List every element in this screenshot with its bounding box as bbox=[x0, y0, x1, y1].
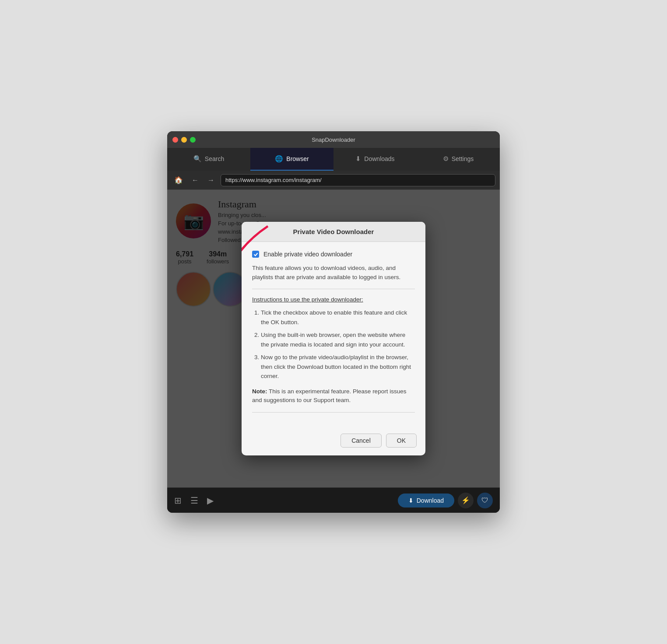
private-video-downloader-dialog: Private Video Downloader Enable private … bbox=[242, 222, 425, 455]
checkbox-row: Enable private video downloader bbox=[252, 251, 415, 258]
download-label: Download bbox=[417, 497, 444, 504]
modal-container: Private Video Downloader Enable private … bbox=[167, 190, 500, 487]
tab-settings-label: Settings bbox=[452, 155, 474, 162]
app-window: SnapDownloader 🔍 Search 🌐 Browser ⬇ Down… bbox=[167, 131, 500, 513]
download-arrow-icon: ⬇ bbox=[408, 497, 414, 504]
traffic-light-buttons bbox=[172, 137, 196, 143]
tab-browser[interactable]: 🌐 Browser bbox=[250, 148, 334, 171]
tab-downloads-label: Downloads bbox=[364, 155, 394, 162]
shield-button[interactable]: 🛡 bbox=[477, 493, 493, 508]
dialog-body: Enable private video downloader This fea… bbox=[242, 242, 425, 428]
note-content: This is an experimental feature. Please … bbox=[252, 388, 406, 403]
tab-search[interactable]: 🔍 Search bbox=[167, 148, 250, 171]
url-text: https://www.instagram.com/instagram/ bbox=[225, 177, 322, 183]
browser-icon: 🌐 bbox=[275, 155, 283, 163]
tab-downloads[interactable]: ⬇ Downloads bbox=[334, 148, 417, 171]
divider-2 bbox=[252, 412, 415, 413]
dialog-footer: Cancel OK bbox=[242, 428, 425, 455]
divider-1 bbox=[252, 289, 415, 289]
settings-icon: ⚙ bbox=[443, 155, 449, 163]
dialog-header: Private Video Downloader bbox=[242, 222, 425, 242]
title-bar: SnapDownloader bbox=[167, 131, 500, 148]
maximize-button[interactable] bbox=[190, 137, 196, 143]
list-icon[interactable]: ☰ bbox=[190, 495, 198, 506]
bottom-icons: ⊞ ☰ ▶ bbox=[174, 495, 214, 506]
instruction-1: Tick the checkbox above to enable this f… bbox=[261, 308, 415, 327]
forward-button[interactable]: → bbox=[205, 175, 217, 186]
note-bold: Note: bbox=[252, 388, 267, 395]
close-button[interactable] bbox=[172, 137, 178, 143]
instruction-3: Now go to the private video/audio/playli… bbox=[261, 353, 415, 381]
address-bar[interactable]: https://www.instagram.com/instagram/ bbox=[221, 174, 495, 186]
enable-checkbox[interactable] bbox=[252, 251, 259, 258]
grid-icon[interactable]: ⊞ bbox=[174, 495, 182, 506]
downloads-icon: ⬇ bbox=[355, 155, 361, 163]
bolt-button[interactable]: ⚡ bbox=[458, 493, 474, 508]
instruction-2: Using the built-in web browser, open the… bbox=[261, 330, 415, 349]
download-button[interactable]: ⬇ Download bbox=[398, 494, 454, 508]
description-text: This feature allows you to download vide… bbox=[252, 264, 415, 282]
home-button[interactable]: 🏠 bbox=[172, 174, 186, 186]
side-buttons: ⚡ 🛡 bbox=[458, 493, 493, 508]
instructions-list: Tick the checkbox above to enable this f… bbox=[252, 308, 415, 381]
bottom-bar: ⊞ ☰ ▶ ⬇ Download ⚡ 🛡 bbox=[167, 487, 500, 513]
browser-toolbar: 🏠 ← → https://www.instagram.com/instagra… bbox=[167, 171, 500, 190]
cancel-button[interactable]: Cancel bbox=[341, 434, 382, 448]
note-text: Note: This is an experimental feature. P… bbox=[252, 387, 415, 405]
back-button[interactable]: ← bbox=[189, 175, 201, 186]
dialog-title: Private Video Downloader bbox=[250, 228, 417, 235]
browser-content: 📷 Instagram Bringing you clos... For up-… bbox=[167, 190, 500, 487]
tab-browser-label: Browser bbox=[286, 155, 309, 162]
instructions-title: Instructions to use the private download… bbox=[252, 296, 415, 303]
dialog-wrapper: Private Video Downloader Enable private … bbox=[242, 222, 425, 455]
checkbox-label: Enable private video downloader bbox=[263, 251, 352, 258]
ok-button[interactable]: OK bbox=[386, 434, 417, 448]
window-title: SnapDownloader bbox=[312, 136, 355, 143]
minimize-button[interactable] bbox=[181, 137, 187, 143]
tab-search-label: Search bbox=[205, 155, 224, 162]
checkmark-icon bbox=[253, 252, 258, 257]
search-icon: 🔍 bbox=[193, 155, 202, 163]
play-icon[interactable]: ▶ bbox=[207, 495, 214, 506]
tab-settings[interactable]: ⚙ Settings bbox=[417, 148, 500, 171]
nav-tabs: 🔍 Search 🌐 Browser ⬇ Downloads ⚙ Setting… bbox=[167, 148, 500, 171]
